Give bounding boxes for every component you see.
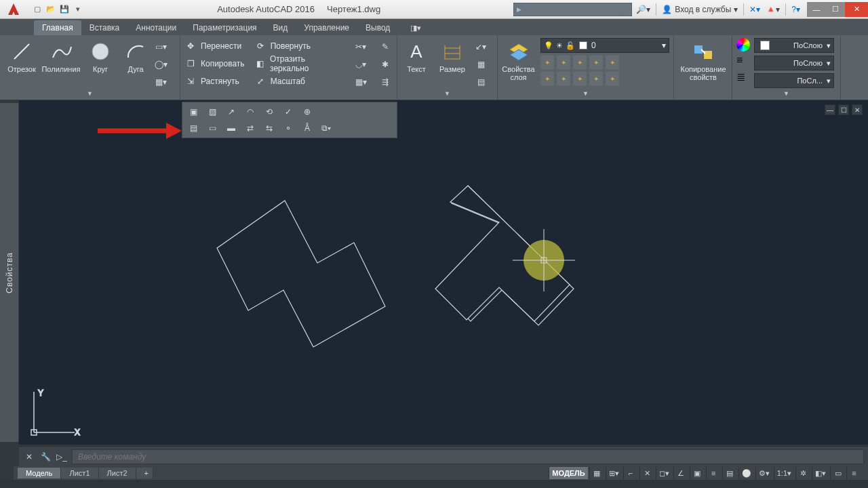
tool-table2-icon[interactable]: ▤ [473,75,488,89]
search-input[interactable] [524,5,629,14]
help-icon[interactable]: ?▾ [791,5,800,14]
tool-layer-props[interactable]: Свойства слоя [502,38,535,81]
tool-mirror[interactable]: ◧Отразить зеркально [254,56,344,72]
tool-offset-icon[interactable]: ⇶ [378,75,393,89]
vp-minimize-icon[interactable]: — [825,104,835,115]
color-wheel-icon[interactable] [736,38,750,52]
tool-text[interactable]: A Текст [401,38,431,73]
exchange-icon[interactable]: ✕▾ [749,5,760,14]
sec-tool-icon[interactable]: ▬ [224,121,238,135]
linetype-combo[interactable]: ПоСлою▾ [754,56,834,70]
tool-dimension[interactable]: Размер [435,38,469,73]
sec-tool-icon[interactable]: ▣ [186,105,200,119]
tab-model[interactable]: Модель [18,468,61,479]
sec-tool-icon[interactable]: ⊕ [300,105,314,119]
tool-polyline[interactable]: Полилиния [43,38,79,73]
status-lwt-icon[interactable]: ≡ [706,467,721,479]
tool-line[interactable]: Отрезок [4,38,39,73]
qat-open-icon[interactable]: 📂 [45,3,57,16]
command-input[interactable] [72,449,864,464]
status-annoscale[interactable]: 1:1▾ [774,467,794,479]
tab-layout1[interactable]: Лист1 [61,468,98,479]
tab-overflow-icon[interactable]: ◨▾ [406,21,425,35]
sec-tool-icon[interactable]: ▭ [205,121,219,135]
tool-matchprop[interactable]: Копирование свойств [678,38,728,81]
tab-view[interactable]: Вид [265,20,296,35]
tool-erase-icon[interactable]: ✎ [378,39,393,54]
linetype-icon[interactable]: ≡ [736,54,750,68]
status-clean-icon[interactable]: ▭ [830,467,845,479]
layer-combo[interactable]: 💡☀🔓 0 ▾ [540,38,669,53]
sec-tool-icon[interactable]: ◠ [243,105,257,119]
tab-annotate[interactable]: Аннотации [127,20,184,35]
panel-draw-expand-icon[interactable]: ▼ [87,90,93,100]
infocenter-search[interactable]: ▶ [513,3,632,16]
tool-table-icon[interactable]: ▦ [473,57,488,72]
tab-insert[interactable]: Вставка [81,20,128,35]
search-trigger-icon[interactable]: 🔎▾ [636,5,650,14]
tab-home[interactable]: Главная [34,20,81,35]
layer-tool-icon[interactable]: ✦ [606,72,619,85]
sec-tool-icon[interactable]: ⇆ [262,121,276,135]
tool-copy[interactable]: ❐Копировать [184,56,245,72]
layer-tool-icon[interactable]: ✦ [557,72,570,85]
sec-tool-icon[interactable]: Å [300,121,314,135]
tool-array-icon[interactable]: ▦▾ [353,75,368,89]
tool-rectangle-icon[interactable]: ▭▾ [153,39,168,54]
sec-tool-icon[interactable]: ↗ [224,105,238,119]
sec-tool-align-icon[interactable]: ▤ [186,121,200,135]
minimize-button[interactable]: — [807,2,826,17]
layer-tool-icon[interactable]: ✦ [557,56,570,69]
vp-maximize-icon[interactable]: ☐ [838,104,849,115]
status-osnap-icon[interactable]: ◻▾ [656,467,672,479]
sec-tool-icon[interactable]: ⚬ [281,121,295,135]
status-polar-icon[interactable]: ✕ [639,467,654,479]
status-qp-icon[interactable]: ▤ [722,467,737,479]
tool-rotate[interactable]: ⟳Повернуть [254,38,344,54]
signin-button[interactable]: 👤 Вход в службы ▾ [662,5,738,14]
layer-tool-icon[interactable]: ✦ [606,56,619,69]
status-grid-icon[interactable]: ▦ [589,467,604,479]
tool-explode-icon[interactable]: ✱ [378,57,393,72]
layer-tool-icon[interactable]: ✦ [589,72,603,85]
drawing-canvas[interactable]: — ☐ ✕ Y X [19,100,868,445]
panel-layers-expand-icon[interactable]: ▼ [583,90,589,100]
cmdline-config-icon[interactable]: 🔧 [39,451,52,463]
tab-parametric[interactable]: Параметризация [184,20,264,35]
qat-save-icon[interactable]: 💾 [58,3,71,16]
sec-tool-icon[interactable]: ⧉▾ [319,121,333,135]
sec-tool-icon[interactable]: ⟲ [262,105,276,119]
cmdline-close-icon[interactable]: ✕ [23,451,35,463]
tool-hatch-icon[interactable]: ▦▾ [153,75,168,89]
tool-trim-icon[interactable]: ✂▾ [353,39,368,54]
layer-tool-icon[interactable]: ✦ [573,72,587,85]
layer-tool-icon[interactable]: ✦ [540,56,554,69]
tab-manage[interactable]: Управление [296,20,357,35]
panel-properties-expand-icon[interactable]: ▼ [783,90,789,100]
maximize-button[interactable]: ☐ [826,2,845,17]
status-dyn-icon[interactable]: ▣ [690,467,705,479]
layer-tool-icon[interactable]: ✦ [589,56,603,69]
a360-icon[interactable]: 🔺▾ [766,5,780,14]
close-button[interactable]: ✕ [845,2,868,17]
tool-ellipse-icon[interactable]: ◯▾ [153,57,168,72]
lineweight-icon[interactable]: ≣ [736,70,750,84]
sec-tool-icon[interactable]: ▨ [205,105,219,119]
sec-tool-icon[interactable]: ⇄ [243,121,257,135]
status-snap-icon[interactable]: ⊞▾ [606,467,622,479]
color-combo[interactable]: ПоСлою▾ [754,38,834,53]
status-ws-icon[interactable]: ⚙▾ [755,467,772,479]
layer-tool-icon[interactable]: ✦ [573,56,587,69]
app-menu-button[interactable] [0,0,27,19]
status-annovis-icon[interactable]: ✲ [795,467,810,479]
tool-arc[interactable]: Дуга [122,38,149,73]
tool-scale[interactable]: ⤢Масштаб [254,73,344,89]
tab-output[interactable]: Вывод [357,20,398,35]
tool-stretch[interactable]: ⇲Растянуть [184,73,245,89]
sec-tool-icon[interactable]: ✓ [281,105,295,119]
status-iso-icon[interactable]: ◧▾ [812,467,829,479]
properties-palette-collapsed[interactable]: Свойства [0,103,19,442]
panel-annotate-expand-icon[interactable]: ▼ [444,90,450,100]
status-otrack-icon[interactable]: ∠ [673,467,688,479]
lineweight-combo[interactable]: ПоСл...▾ [754,73,834,88]
